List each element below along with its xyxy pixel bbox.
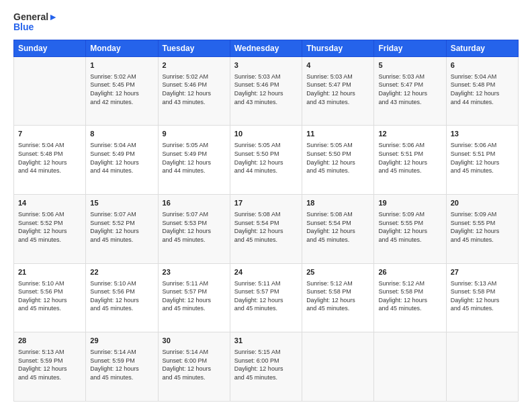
day-number: 12 bbox=[378, 129, 441, 140]
day-number: 7 bbox=[18, 129, 81, 140]
col-header-monday: Monday bbox=[86, 40, 158, 56]
calendar-cell: 10Sunrise: 5:05 AMSunset: 5:50 PMDayligh… bbox=[230, 126, 302, 195]
cell-info: Sunrise: 5:06 AMSunset: 5:51 PMDaylight:… bbox=[451, 141, 514, 175]
calendar-cell: 18Sunrise: 5:08 AMSunset: 5:54 PMDayligh… bbox=[302, 195, 374, 264]
calendar-cell: 9Sunrise: 5:05 AMSunset: 5:49 PMDaylight… bbox=[158, 126, 230, 195]
cell-info: Sunrise: 5:02 AMSunset: 5:45 PMDaylight:… bbox=[90, 73, 153, 106]
day-number: 28 bbox=[18, 336, 81, 347]
day-number: 19 bbox=[378, 198, 441, 209]
calendar-cell: 27Sunrise: 5:13 AMSunset: 5:58 PMDayligh… bbox=[446, 263, 518, 332]
cell-info: Sunrise: 5:05 AMSunset: 5:50 PMDaylight:… bbox=[306, 141, 369, 175]
day-number: 2 bbox=[163, 60, 226, 71]
cell-info: Sunrise: 5:05 AMSunset: 5:50 PMDaylight:… bbox=[234, 141, 298, 175]
calendar-cell: 8Sunrise: 5:04 AMSunset: 5:49 PMDaylight… bbox=[86, 126, 158, 195]
calendar-cell: 30Sunrise: 5:14 AMSunset: 6:00 PMDayligh… bbox=[158, 332, 230, 402]
cell-info: Sunrise: 5:04 AMSunset: 5:48 PMDaylight:… bbox=[18, 141, 81, 175]
day-number: 29 bbox=[90, 336, 153, 347]
cell-info: Sunrise: 5:08 AMSunset: 5:54 PMDaylight:… bbox=[234, 210, 298, 244]
day-number: 17 bbox=[234, 198, 298, 209]
cell-info: Sunrise: 5:07 AMSunset: 5:52 PMDaylight:… bbox=[90, 210, 153, 244]
cell-info: Sunrise: 5:10 AMSunset: 5:56 PMDaylight:… bbox=[90, 279, 153, 313]
calendar-cell: 20Sunrise: 5:09 AMSunset: 5:55 PMDayligh… bbox=[446, 195, 518, 264]
calendar-cell: 1Sunrise: 5:02 AMSunset: 5:45 PMDaylight… bbox=[86, 56, 158, 126]
logo: General► Blue bbox=[13, 12, 58, 33]
day-number: 6 bbox=[451, 60, 514, 71]
calendar-cell: 25Sunrise: 5:12 AMSunset: 5:58 PMDayligh… bbox=[302, 263, 374, 332]
cell-info: Sunrise: 5:14 AMSunset: 6:00 PMDaylight:… bbox=[163, 348, 226, 381]
day-number: 15 bbox=[90, 198, 153, 209]
col-header-sunday: Sunday bbox=[14, 40, 86, 56]
logo-container: General► Blue bbox=[13, 12, 58, 33]
logo-blue: Blue bbox=[13, 22, 58, 32]
day-number: 3 bbox=[234, 60, 298, 71]
calendar-row-4: 28Sunrise: 5:13 AMSunset: 5:59 PMDayligh… bbox=[14, 332, 519, 402]
calendar-cell: 7Sunrise: 5:04 AMSunset: 5:48 PMDaylight… bbox=[14, 126, 86, 195]
calendar-row-1: 7Sunrise: 5:04 AMSunset: 5:48 PMDaylight… bbox=[14, 126, 519, 195]
calendar-cell: 5Sunrise: 5:03 AMSunset: 5:47 PMDaylight… bbox=[374, 56, 446, 126]
calendar-cell: 26Sunrise: 5:12 AMSunset: 5:58 PMDayligh… bbox=[374, 263, 446, 332]
cell-info: Sunrise: 5:11 AMSunset: 5:57 PMDaylight:… bbox=[163, 279, 226, 313]
calendar-cell: 29Sunrise: 5:14 AMSunset: 5:59 PMDayligh… bbox=[86, 332, 158, 402]
calendar-cell: 28Sunrise: 5:13 AMSunset: 5:59 PMDayligh… bbox=[14, 332, 86, 402]
day-number: 27 bbox=[451, 267, 514, 278]
col-header-friday: Friday bbox=[374, 40, 446, 56]
day-number: 8 bbox=[90, 129, 153, 140]
day-number: 16 bbox=[163, 198, 226, 209]
cell-info: Sunrise: 5:15 AMSunset: 6:00 PMDaylight:… bbox=[234, 348, 298, 381]
cell-info: Sunrise: 5:12 AMSunset: 5:58 PMDaylight:… bbox=[378, 279, 441, 313]
cell-info: Sunrise: 5:06 AMSunset: 5:52 PMDaylight:… bbox=[18, 210, 81, 244]
calendar-cell: 16Sunrise: 5:07 AMSunset: 5:53 PMDayligh… bbox=[158, 195, 230, 264]
cell-info: Sunrise: 5:07 AMSunset: 5:53 PMDaylight:… bbox=[163, 210, 226, 244]
cell-info: Sunrise: 5:13 AMSunset: 5:58 PMDaylight:… bbox=[451, 279, 514, 313]
cell-info: Sunrise: 5:13 AMSunset: 5:59 PMDaylight:… bbox=[18, 348, 81, 381]
cell-info: Sunrise: 5:12 AMSunset: 5:58 PMDaylight:… bbox=[306, 279, 369, 313]
calendar-table: SundayMondayTuesdayWednesdayThursdayFrid… bbox=[13, 40, 519, 402]
cell-info: Sunrise: 5:06 AMSunset: 5:51 PMDaylight:… bbox=[378, 141, 441, 175]
cell-info: Sunrise: 5:03 AMSunset: 5:47 PMDaylight:… bbox=[378, 73, 441, 106]
calendar-cell: 4Sunrise: 5:03 AMSunset: 5:47 PMDaylight… bbox=[302, 56, 374, 126]
day-number: 22 bbox=[90, 267, 153, 278]
calendar-cell bbox=[446, 332, 518, 402]
col-header-wednesday: Wednesday bbox=[230, 40, 302, 56]
day-number: 13 bbox=[451, 129, 514, 140]
calendar-cell: 14Sunrise: 5:06 AMSunset: 5:52 PMDayligh… bbox=[14, 195, 86, 264]
col-header-saturday: Saturday bbox=[446, 40, 518, 56]
calendar-cell: 31Sunrise: 5:15 AMSunset: 6:00 PMDayligh… bbox=[230, 332, 302, 402]
calendar-cell: 12Sunrise: 5:06 AMSunset: 5:51 PMDayligh… bbox=[374, 126, 446, 195]
col-header-tuesday: Tuesday bbox=[158, 40, 230, 56]
cell-info: Sunrise: 5:04 AMSunset: 5:48 PMDaylight:… bbox=[451, 73, 514, 106]
cell-info: Sunrise: 5:14 AMSunset: 5:59 PMDaylight:… bbox=[90, 348, 153, 381]
logo-general: General► bbox=[13, 12, 58, 22]
cell-info: Sunrise: 5:02 AMSunset: 5:46 PMDaylight:… bbox=[163, 73, 226, 106]
header-row: SundayMondayTuesdayWednesdayThursdayFrid… bbox=[14, 40, 519, 56]
day-number: 4 bbox=[306, 60, 369, 71]
calendar-cell: 17Sunrise: 5:08 AMSunset: 5:54 PMDayligh… bbox=[230, 195, 302, 264]
cell-info: Sunrise: 5:04 AMSunset: 5:49 PMDaylight:… bbox=[90, 141, 153, 175]
calendar-cell: 22Sunrise: 5:10 AMSunset: 5:56 PMDayligh… bbox=[86, 263, 158, 332]
calendar-cell: 21Sunrise: 5:10 AMSunset: 5:56 PMDayligh… bbox=[14, 263, 86, 332]
calendar-cell bbox=[14, 56, 86, 126]
calendar-cell bbox=[302, 332, 374, 402]
day-number: 10 bbox=[234, 129, 298, 140]
day-number: 21 bbox=[18, 267, 81, 278]
col-header-thursday: Thursday bbox=[302, 40, 374, 56]
day-number: 25 bbox=[306, 267, 369, 278]
cell-info: Sunrise: 5:03 AMSunset: 5:46 PMDaylight:… bbox=[234, 73, 298, 106]
cell-info: Sunrise: 5:11 AMSunset: 5:57 PMDaylight:… bbox=[234, 279, 298, 313]
day-number: 20 bbox=[451, 198, 514, 209]
cell-info: Sunrise: 5:09 AMSunset: 5:55 PMDaylight:… bbox=[378, 210, 441, 244]
calendar-cell: 11Sunrise: 5:05 AMSunset: 5:50 PMDayligh… bbox=[302, 126, 374, 195]
calendar-cell: 2Sunrise: 5:02 AMSunset: 5:46 PMDaylight… bbox=[158, 56, 230, 126]
day-number: 31 bbox=[234, 336, 298, 347]
calendar-row-2: 14Sunrise: 5:06 AMSunset: 5:52 PMDayligh… bbox=[14, 195, 519, 264]
day-number: 18 bbox=[306, 198, 369, 209]
day-number: 24 bbox=[234, 267, 298, 278]
day-number: 26 bbox=[378, 267, 441, 278]
header: General► Blue bbox=[13, 12, 519, 33]
calendar-cell: 13Sunrise: 5:06 AMSunset: 5:51 PMDayligh… bbox=[446, 126, 518, 195]
cell-info: Sunrise: 5:08 AMSunset: 5:54 PMDaylight:… bbox=[306, 210, 369, 244]
day-number: 14 bbox=[18, 198, 81, 209]
page: General► Blue SundayMondayTuesdayWednesd… bbox=[0, 0, 532, 411]
calendar-cell: 19Sunrise: 5:09 AMSunset: 5:55 PMDayligh… bbox=[374, 195, 446, 264]
calendar-cell bbox=[374, 332, 446, 402]
